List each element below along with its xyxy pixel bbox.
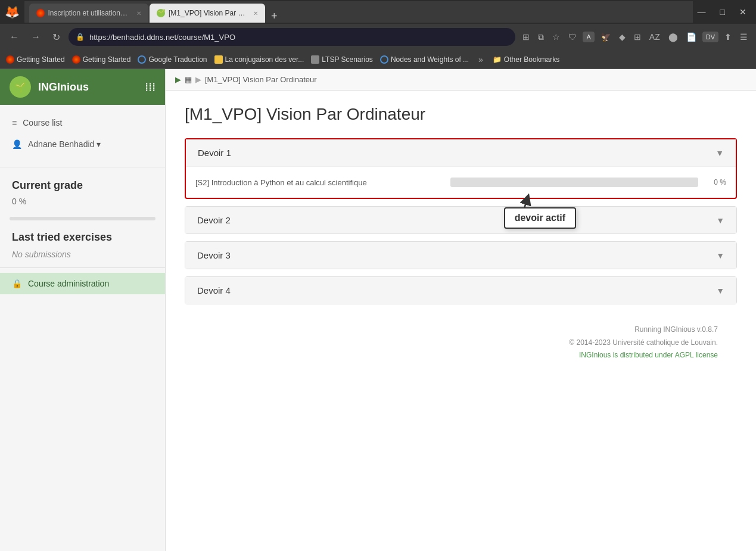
- breadcrumb-separator: ▶: [195, 75, 201, 84]
- footer-line1: Running INGInious v.0.8.7: [204, 323, 718, 337]
- tooltip-box: devoir actif: [504, 207, 576, 229]
- sidebar-nav: ≡ Course list 👤 Adnane Benhadid ▾: [0, 105, 165, 162]
- page-title: [M1_VPO] Vision Par Ordinateur: [185, 105, 737, 124]
- devoir-4-header[interactable]: Devoir 4 ▼: [185, 277, 736, 304]
- sidebar-header: 🌱 INGInious ⁞⁞⁞: [0, 69, 165, 105]
- bookmarks-bar: Getting Started Getting Started Google T…: [0, 50, 756, 69]
- bookmark-favicon-globe-2: [380, 55, 388, 64]
- dv-icon[interactable]: DV: [702, 32, 718, 42]
- bookmark-getting-started-1[interactable]: Getting Started: [6, 55, 65, 64]
- bookmark-nodes[interactable]: Nodes and Weights of ...: [380, 55, 469, 64]
- doc-icon[interactable]: 📄: [684, 30, 699, 44]
- sidebar-logo: 🌱: [10, 76, 31, 98]
- devoir-3-header[interactable]: Devoir 3 ▼: [185, 242, 736, 269]
- current-grade-title: Current grade: [0, 172, 165, 194]
- devoir-2-title: Devoir 2: [197, 215, 231, 225]
- sidebar-divider-1: [0, 167, 165, 167]
- bookmark-label-5: LTSP Scenarios: [322, 55, 373, 64]
- shield-icon[interactable]: 🛡: [566, 30, 579, 44]
- devoir-1-header[interactable]: Devoir 1 ▼: [186, 139, 736, 166]
- devoir-3-chevron: ▼: [716, 251, 724, 260]
- devoir-1-panel: Devoir 1 ▼ [S2] Introduction à Python et…: [185, 138, 737, 199]
- bookmark-google-traduction[interactable]: Google Traduction: [138, 55, 207, 64]
- back-button[interactable]: ←: [6, 29, 23, 45]
- forward-button[interactable]: →: [27, 29, 44, 45]
- extensions-icon[interactable]: ⧉: [536, 30, 546, 45]
- profile-icon[interactable]: A: [583, 32, 594, 42]
- new-tab-button[interactable]: +: [266, 10, 282, 23]
- reload-button[interactable]: ↻: [49, 29, 64, 45]
- circle-icon[interactable]: ⬤: [666, 30, 680, 44]
- other-bookmarks-label: Other Bookmarks: [504, 55, 559, 64]
- tab-bar: Inscription et utilisation d... ✕ 🌱 [M1_…: [24, 1, 693, 23]
- minimize-button[interactable]: —: [693, 5, 711, 19]
- tooltip-text: devoir actif: [515, 213, 565, 223]
- nav-icons: ⊞ ⧉ ☆ 🛡 A 🦅 ◆ ⊞ AZ ⬤ 📄 DV ⬆ ☰: [520, 30, 750, 45]
- footer-line2: © 2014-2023 Université catholique de Lou…: [204, 337, 718, 350]
- bookmark-getting-started-2[interactable]: Getting Started: [72, 55, 131, 64]
- share-icon[interactable]: ⬆: [722, 30, 734, 44]
- bookmark-favicon-firefox-1: [6, 55, 14, 64]
- address-bar[interactable]: 🔒 https://benhadid.ddns.net/course/M1_VP…: [69, 28, 515, 46]
- tab-inactive[interactable]: Inscription et utilisation d... ✕: [29, 4, 148, 23]
- translate-icon[interactable]: ⊞: [520, 30, 532, 44]
- tab-active[interactable]: 🌱 [M1_VPO] Vision Par Ord... ✕: [150, 4, 265, 23]
- user-icon: 👤: [12, 139, 22, 149]
- sidebar-menu-icon[interactable]: ⁞⁞⁞: [145, 80, 155, 94]
- exercise-name-s2: [S2] Introduction à Python et au calcul …: [195, 178, 443, 187]
- bookmarks-more-icon[interactable]: »: [478, 55, 483, 64]
- tab-close-active[interactable]: ✕: [253, 10, 258, 17]
- maximize-button[interactable]: □: [715, 5, 730, 19]
- tab-close-inactive[interactable]: ✕: [136, 10, 141, 17]
- no-submissions-label: No submissions: [0, 246, 165, 263]
- bookmark-label-6: Nodes and Weights of ...: [391, 55, 469, 64]
- bookmark-label-1: Getting Started: [17, 55, 65, 64]
- other-bookmarks[interactable]: 📁 Other Bookmarks: [493, 55, 559, 64]
- nav-bar: ← → ↻ 🔒 https://benhadid.ddns.net/course…: [0, 24, 756, 50]
- devoir-3-title: Devoir 3: [197, 250, 231, 260]
- exercise-row-s2[interactable]: [S2] Introduction à Python et au calcul …: [195, 174, 726, 191]
- bookmark-label-2: Getting Started: [83, 55, 131, 64]
- bookmark-ltsp[interactable]: LTSP Scenarios: [311, 55, 373, 64]
- bookmark-favicon-img: [311, 55, 319, 64]
- devoir-1-title: Devoir 1: [198, 148, 231, 158]
- breadcrumb: ▶ ▦ ▶ [M1_VPO] Vision Par Ordinateur: [166, 69, 756, 91]
- sidebar-divider-2: [0, 267, 165, 268]
- exercise-percent-s2: 0 %: [705, 178, 726, 186]
- devoir-4-panel: Devoir 4 ▼: [185, 276, 737, 304]
- close-button[interactable]: ✕: [735, 5, 751, 19]
- course-list-label: Course list: [23, 118, 62, 127]
- current-grade-value: 0 %: [0, 194, 165, 213]
- sidebar-item-course-admin[interactable]: 🔒 Course administration: [0, 273, 165, 294]
- menu-icon[interactable]: ☰: [738, 30, 750, 44]
- title-bar: 🦊 Inscription et utilisation d... ✕ 🌱 [M…: [0, 0, 756, 24]
- bookmark-icon[interactable]: ☆: [550, 30, 562, 44]
- main-area: 🌱 INGInious ⁞⁞⁞ ≡ Course list 👤 Adnane B…: [0, 69, 756, 551]
- grade-progress-bar: [10, 217, 155, 220]
- footer-license-link[interactable]: INGInious is distributed under AGPL lice…: [579, 351, 718, 359]
- lang-icon[interactable]: AZ: [647, 30, 662, 44]
- addon-icon[interactable]: 🦅: [598, 30, 613, 44]
- devoir-3-panel: Devoir 3 ▼: [185, 241, 737, 269]
- sidebar-item-user[interactable]: 👤 Adnane Benhadid ▾: [0, 133, 165, 155]
- devoir-2-header[interactable]: Devoir 2 ▼: [185, 207, 736, 234]
- devoir-4-title: Devoir 4: [197, 285, 231, 295]
- diamond-icon[interactable]: ◆: [617, 30, 628, 44]
- lock-icon: 🔒: [76, 33, 85, 41]
- devoir-4-chevron: ▼: [716, 286, 724, 295]
- bookmark-favicon-globe-1: [138, 55, 146, 64]
- exercise-progress-bar-s2: [450, 178, 698, 187]
- tab-label-inactive: Inscription et utilisation d...: [48, 9, 129, 17]
- last-tried-title: Last tried exercises: [0, 224, 165, 246]
- grid-icon[interactable]: ⊞: [631, 30, 643, 44]
- breadcrumb-list-icon: ▦: [185, 75, 192, 84]
- course-admin-label: Course administration: [28, 279, 109, 288]
- devoir-2-panel: Devoir 2 ▼: [185, 206, 737, 234]
- address-text: https://benhadid.ddns.net/course/M1_VPO: [89, 33, 235, 42]
- sidebar-item-course-list[interactable]: ≡ Course list: [0, 112, 165, 133]
- firefox-logo: 🦊: [5, 5, 20, 19]
- sidebar-title: INGInious: [38, 81, 89, 94]
- bookmark-label-3: Google Traduction: [148, 55, 207, 64]
- tab-favicon-inginious: 🌱: [157, 9, 165, 17]
- bookmark-conjugaison[interactable]: La conjugaison des ver...: [214, 55, 304, 64]
